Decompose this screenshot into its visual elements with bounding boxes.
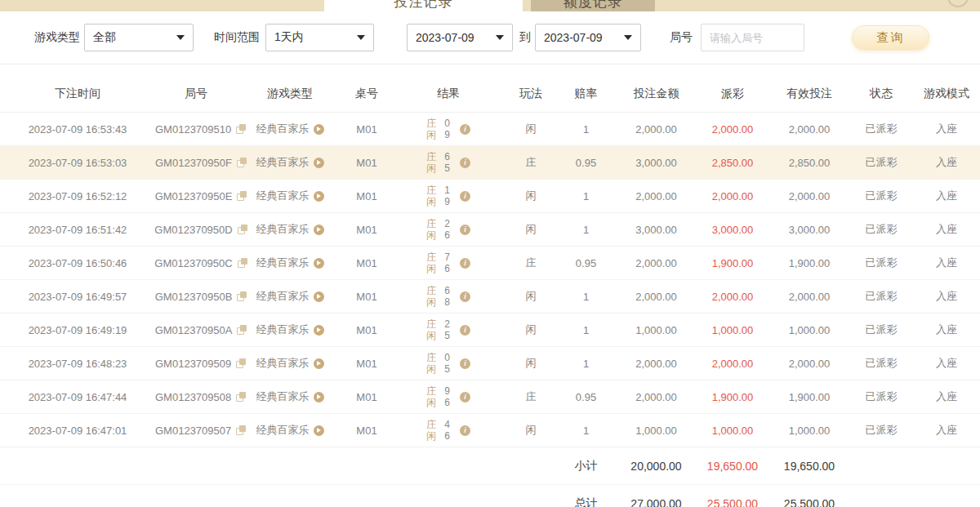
round-id: GM012370950E	[155, 190, 233, 202]
play-circle-icon[interactable]	[314, 258, 324, 269]
bet-amount: 3,000.00	[617, 157, 696, 169]
chevron-down-icon	[357, 35, 365, 40]
game-mode: 入座	[913, 423, 980, 438]
info-circle-icon[interactable]	[460, 325, 470, 336]
player-score-line: 闲 6	[426, 264, 450, 274]
payout-amount: 2,000.00	[696, 190, 769, 202]
game-type-value: 全部	[93, 30, 116, 45]
header-table-no: 桌号	[343, 87, 390, 101]
bet-time: 2023-07-09 16:52:12	[0, 190, 155, 202]
banker-score-line: 庄 2	[426, 219, 450, 229]
table-row[interactable]: 2023-07-09 16:51:42 GM012370950D 经典百家乐 M…	[0, 213, 980, 247]
info-circle-icon[interactable]	[460, 225, 470, 235]
info-circle-icon[interactable]	[460, 425, 470, 436]
game-type: 经典百家乐	[256, 222, 310, 237]
player-score-line: 闲 6	[426, 431, 450, 442]
table-row[interactable]: 2023-07-09 16:47:01 GM0123709507 经典百家乐 M…	[0, 414, 980, 447]
close-icon[interactable]	[947, 0, 969, 7]
valid-bet: 2,850.00	[769, 157, 849, 169]
bet-time: 2023-07-09 16:49:57	[0, 291, 155, 303]
status-badge: 已派彩	[849, 322, 913, 337]
table-row[interactable]: 2023-07-09 16:49:57 GM012370950B 经典百家乐 M…	[0, 280, 980, 314]
round-id-cell: GM012370950C	[155, 257, 237, 269]
tab-betting-records[interactable]: 投注记录	[324, 0, 523, 11]
tab-credit-records[interactable]: 额度记录	[531, 0, 655, 11]
bet-time: 2023-07-09 16:49:19	[0, 324, 155, 336]
valid-bet: 1,000.00	[769, 425, 849, 437]
play-type: 庄	[506, 256, 555, 270]
search-button[interactable]: 查询	[852, 25, 929, 50]
round-id-cell: GM012370950B	[155, 291, 237, 303]
result-score: 庄 6 闲 8	[426, 286, 450, 308]
player-score: 5	[443, 364, 450, 375]
play-circle-icon[interactable]	[314, 191, 324, 202]
banker-label: 庄	[426, 152, 436, 162]
header-bet-time: 下注时间	[0, 87, 155, 101]
round-id: GM012370950B	[155, 291, 233, 303]
round-id: GM0123709508	[155, 391, 231, 403]
time-range-select[interactable]: 1天内	[265, 24, 374, 51]
play-circle-icon[interactable]	[314, 158, 324, 168]
result-score: 庄 6 闲 5	[426, 152, 450, 174]
play-type: 庄	[506, 155, 555, 170]
player-label: 闲	[426, 331, 436, 341]
header-result: 结果	[390, 87, 506, 101]
bet-amount: 2,000.00	[617, 358, 696, 370]
player-label: 闲	[426, 230, 436, 241]
banker-score-line: 庄 6	[426, 286, 450, 296]
table-row[interactable]: 2023-07-09 16:49:19 GM012370950A 经典百家乐 M…	[0, 314, 980, 347]
game-type-label: 游戏类型	[34, 30, 80, 45]
date-to-select[interactable]: 2023-07-09	[535, 24, 641, 51]
play-circle-icon[interactable]	[314, 225, 324, 235]
table-header: 下注时间 局号 游戏类型 桌号 结果 玩法 赔率 投注金额 派彩 有效投注 状态…	[0, 76, 980, 113]
info-circle-icon[interactable]	[460, 258, 470, 269]
banker-label: 庄	[426, 252, 436, 263]
round-id-cell: GM0123709508	[155, 391, 237, 403]
copy-icon[interactable]	[236, 425, 237, 436]
info-circle-icon[interactable]	[460, 358, 470, 369]
info-circle-icon[interactable]	[460, 191, 470, 202]
table-row[interactable]: 2023-07-09 16:53:43 GM0123709510 经典百家乐 M…	[0, 113, 980, 146]
round-id: GM012370950D	[154, 224, 232, 236]
player-label: 闲	[426, 431, 436, 442]
table-row[interactable]: 2023-07-09 16:53:03 GM012370950F 经典百家乐 M…	[0, 146, 980, 180]
round-id: GM0123709509	[155, 358, 231, 370]
game-type-select[interactable]: 全部	[84, 24, 194, 51]
header-valid-bet: 有效投注	[769, 87, 849, 101]
play-circle-icon[interactable]	[314, 425, 324, 436]
payout-amount: 2,000.00	[696, 123, 769, 136]
table-row[interactable]: 2023-07-09 16:47:44 GM0123709508 经典百家乐 M…	[0, 380, 980, 414]
bet-time: 2023-07-09 16:47:01	[0, 425, 155, 437]
round-number-input[interactable]	[701, 24, 804, 51]
banker-score: 6	[443, 286, 450, 296]
table-row[interactable]: 2023-07-09 16:52:12 GM012370950E 经典百家乐 M…	[0, 180, 980, 213]
game-type: 经典百家乐	[256, 322, 310, 337]
copy-icon[interactable]	[236, 124, 237, 135]
info-circle-icon[interactable]	[460, 124, 470, 135]
copy-icon[interactable]	[236, 358, 237, 369]
play-circle-icon[interactable]	[314, 325, 324, 336]
info-circle-icon[interactable]	[460, 158, 470, 168]
payout-amount: 1,000.00	[696, 324, 769, 336]
banker-label: 庄	[426, 219, 436, 229]
info-circle-icon[interactable]	[460, 291, 470, 302]
play-circle-icon[interactable]	[314, 291, 324, 302]
total-valid-bet: 25,500.00	[769, 497, 849, 507]
play-circle-icon[interactable]	[314, 392, 324, 402]
round-id: GM0123709510	[155, 123, 231, 136]
copy-icon[interactable]	[236, 392, 237, 402]
table-row[interactable]: 2023-07-09 16:48:23 GM0123709509 经典百家乐 M…	[0, 347, 980, 380]
play-circle-icon[interactable]	[314, 124, 324, 135]
chevron-down-icon	[496, 35, 504, 40]
betting-records-panel: 投注记录 额度记录 游戏类型 全部 时间范围 1天内 2023-07-09 到 …	[0, 0, 980, 507]
play-circle-icon[interactable]	[314, 358, 324, 369]
banker-label: 庄	[426, 386, 436, 397]
table-row[interactable]: 2023-07-09 16:50:46 GM012370950C 经典百家乐 M…	[0, 247, 980, 280]
info-circle-icon[interactable]	[460, 392, 470, 402]
date-from-select[interactable]: 2023-07-09	[407, 24, 513, 51]
valid-bet: 2,000.00	[769, 358, 849, 370]
table-number: M01	[343, 391, 390, 403]
round-id-cell: GM012370950F	[155, 157, 237, 169]
bet-time: 2023-07-09 16:53:43	[0, 123, 155, 136]
status-badge: 已派彩	[849, 189, 913, 203]
